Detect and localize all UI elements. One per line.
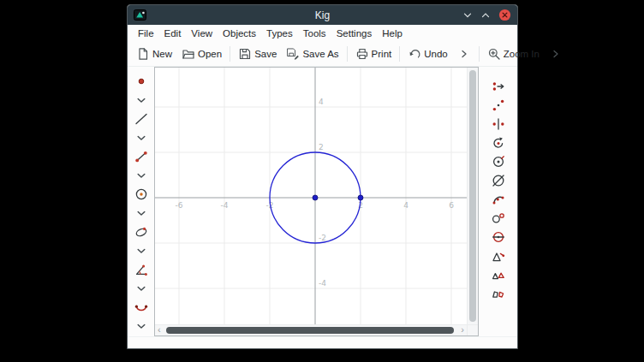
menu-file[interactable]: File — [133, 27, 159, 40]
kig-window: Kig FileEditViewObjectsTypesToolsSetting… — [127, 4, 518, 349]
angle-icon — [134, 262, 149, 277]
affinity-tool[interactable] — [487, 265, 510, 284]
y-tick-label: -2 — [319, 234, 326, 242]
projectivity-tool[interactable] — [487, 284, 510, 303]
open-button[interactable]: Open — [177, 45, 226, 63]
mirror-tool[interactable] — [487, 115, 510, 134]
x-tick-label: 4 — [403, 201, 408, 210]
right-toolbar — [479, 67, 517, 336]
toolbar-separator — [230, 46, 230, 62]
toolbar-separator — [479, 46, 480, 62]
toolbar-button-label: Undo — [424, 49, 448, 59]
y-tick-label: 4 — [319, 98, 324, 106]
angle-tools-expander[interactable] — [130, 279, 152, 298]
scale-over-line-icon — [491, 211, 506, 226]
toolbar-button-label: Zoom In — [504, 49, 540, 59]
menu-help[interactable]: Help — [377, 27, 408, 40]
chevron-down-icon — [462, 10, 473, 21]
line-tool[interactable] — [130, 110, 152, 128]
y-tick-label: 2 — [319, 143, 324, 151]
arc-tool[interactable] — [130, 298, 152, 317]
toolbar-separator — [347, 46, 348, 62]
point-object[interactable] — [358, 195, 363, 200]
conic-icon — [134, 224, 149, 240]
vertical-scrollbar[interactable] — [467, 68, 478, 324]
similitude-icon — [491, 248, 506, 264]
point-object[interactable] — [313, 195, 318, 200]
undo-history-arrow[interactable] — [453, 45, 475, 63]
chevron-down-icon — [134, 205, 149, 221]
menu-types[interactable]: Types — [261, 27, 298, 40]
new-document-icon — [136, 47, 150, 61]
angle-tool[interactable] — [130, 260, 152, 279]
arc-tools-expander[interactable] — [130, 317, 152, 335]
projective-rotation-tool[interactable] — [487, 190, 510, 209]
translate-tool[interactable] — [487, 77, 510, 96]
chevron-up-icon — [480, 10, 491, 21]
toolbar-button-label: Print — [372, 49, 392, 59]
circle-tool[interactable] — [130, 185, 152, 204]
circle-inversion-icon — [491, 229, 506, 245]
toolbar-button-label: Save As — [302, 49, 338, 59]
segment-tool[interactable] — [130, 147, 152, 166]
scale-tool[interactable] — [487, 152, 510, 171]
conic-tool[interactable] — [130, 223, 152, 241]
statusbar — [128, 336, 517, 348]
print-icon — [355, 47, 369, 61]
point-reflection-tool[interactable] — [487, 96, 510, 115]
horizontal-scrollbar-thumb[interactable] — [166, 327, 454, 334]
chevron-right-icon — [549, 47, 563, 61]
x-tick-label: 6 — [449, 201, 454, 210]
rotate-icon — [491, 135, 506, 151]
titlebar[interactable]: Kig — [128, 5, 517, 25]
save-as-button[interactable]: Save As — [282, 45, 343, 63]
menu-view[interactable]: View — [186, 27, 218, 40]
point-tool[interactable] — [130, 72, 152, 91]
chevron-down-icon — [134, 92, 149, 108]
segment-tools-expander[interactable] — [130, 166, 152, 185]
scroll-left-arrow-icon[interactable]: ‹ — [158, 324, 161, 335]
zoom-in-button[interactable]: Zoom In — [483, 45, 544, 63]
open-folder-icon — [182, 47, 195, 61]
circle-tools-expander[interactable] — [130, 204, 152, 223]
save-button[interactable]: Save — [234, 45, 281, 63]
close-button[interactable] — [498, 9, 511, 21]
menu-settings[interactable]: Settings — [331, 27, 378, 40]
circle-inversion-tool[interactable] — [487, 228, 510, 246]
similitude-tool[interactable] — [487, 246, 510, 265]
projectivity-icon — [491, 286, 506, 301]
menu-objects[interactable]: Objects — [218, 27, 261, 40]
main-content: -6-4-224642-2-4 ‹ › — [128, 67, 517, 336]
print-button[interactable]: Print — [351, 45, 397, 63]
conic-tools-expander[interactable] — [130, 241, 152, 260]
chevron-down-icon — [134, 243, 149, 258]
chevron-right-icon — [457, 47, 471, 61]
toolbar-overflow-arrow[interactable] — [545, 45, 567, 63]
vertical-scrollbar-thumb[interactable] — [469, 70, 476, 322]
menu-edit[interactable]: Edit — [159, 27, 187, 40]
inversion-tool[interactable] — [487, 171, 510, 190]
toolbar-button-label: Open — [198, 49, 222, 59]
point-tools-expander[interactable] — [130, 91, 152, 110]
geometry-canvas[interactable]: -6-4-224642-2-4 — [155, 68, 467, 324]
affinity-icon — [491, 267, 506, 282]
arc-icon — [134, 300, 149, 315]
undo-button[interactable]: Undo — [403, 45, 452, 63]
maximize-button[interactable] — [480, 10, 491, 21]
menu-tools[interactable]: Tools — [298, 27, 331, 40]
horizontal-scrollbar[interactable]: ‹ › — [155, 324, 467, 335]
chevron-down-icon — [134, 318, 149, 334]
minimize-button[interactable] — [462, 10, 473, 21]
save-as-icon — [286, 47, 300, 61]
point-reflection-icon — [491, 98, 506, 113]
segment-icon — [134, 149, 149, 164]
chevron-down-icon — [134, 281, 149, 296]
new-button[interactable]: New — [132, 45, 176, 63]
rotate-tool[interactable] — [487, 134, 510, 152]
scroll-right-arrow-icon[interactable]: › — [461, 324, 464, 335]
zoom-in-icon — [487, 47, 501, 61]
line-tools-expander[interactable] — [130, 128, 152, 147]
scale-over-line-tool[interactable] — [487, 209, 510, 228]
circle-icon — [134, 187, 149, 202]
kig-app-icon — [134, 9, 146, 21]
